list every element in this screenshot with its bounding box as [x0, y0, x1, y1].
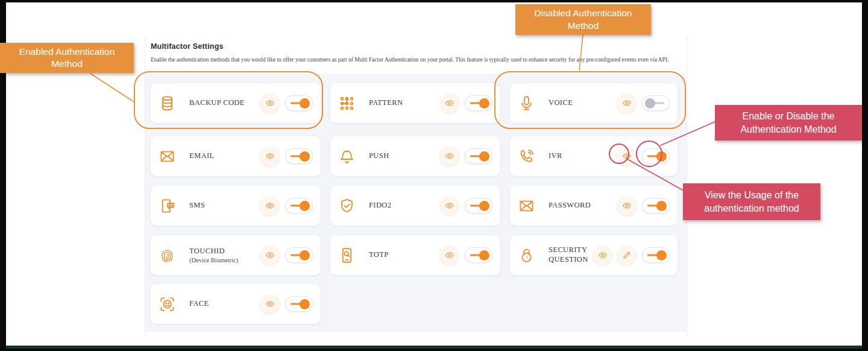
- view-usage-button-touchid[interactable]: [260, 246, 279, 265]
- disabled-method-callout: Disabled Authentication Method: [515, 4, 651, 35]
- envelope-icon: [517, 197, 535, 215]
- method-label: EMAIL: [189, 151, 260, 161]
- view-usage-button-security-question[interactable]: [593, 246, 612, 265]
- view-usage-callout: View the Usage of the authentication met…: [683, 183, 820, 220]
- method-label: BACKUP CODE: [189, 98, 260, 108]
- multifactor-settings-panel: Multifactor Settings Enable the authenti…: [145, 36, 687, 337]
- eye-icon: [622, 151, 632, 161]
- toggle-backup-code[interactable]: [285, 95, 313, 111]
- method-card-password: PASSWORD: [510, 186, 678, 226]
- eye-icon: [622, 201, 632, 210]
- method-card-sms: SMS: [151, 186, 321, 226]
- view-usage-button-email[interactable]: [260, 147, 279, 166]
- shield-check-icon: [338, 197, 356, 215]
- eye-icon: [265, 201, 275, 210]
- toggle-email[interactable]: [285, 148, 313, 164]
- method-labels: IVR: [549, 151, 617, 161]
- toggle-pattern[interactable]: [465, 95, 492, 111]
- method-card-face: FACE: [151, 284, 321, 324]
- page-subtitle: Enable the authentication methods that y…: [151, 57, 668, 63]
- method-labels: TOTP: [369, 250, 440, 260]
- toggle-totp[interactable]: [465, 247, 492, 263]
- method-label: FACE: [189, 299, 260, 309]
- method-label: FIDO2: [369, 201, 440, 210]
- phone-chat-icon: [158, 197, 176, 215]
- method-card-ivr: IVR: [510, 136, 678, 176]
- eye-icon: [445, 201, 454, 210]
- method-card-fido2: FIDO2: [330, 186, 500, 226]
- toggle-touchid[interactable]: [285, 247, 313, 263]
- method-label: TOTP: [369, 250, 440, 260]
- toggle-sms[interactable]: [285, 198, 313, 213]
- svg-text:?: ?: [525, 254, 527, 260]
- app-screen: Multifactor Settings Enable the authenti…: [6, 2, 862, 346]
- database-icon: [158, 94, 176, 112]
- view-usage-button-fido2[interactable]: [440, 197, 459, 215]
- method-labels: EMAIL: [189, 151, 260, 161]
- method-labels: BACKUP CODE: [189, 98, 260, 108]
- view-usage-button-push[interactable]: [440, 147, 459, 166]
- toggle-security-question[interactable]: [642, 247, 670, 263]
- method-card-totp: TOTP: [330, 235, 500, 275]
- view-usage-button-face[interactable]: [260, 295, 279, 314]
- microphone-icon: [517, 94, 535, 112]
- method-labels: PASSWORD: [549, 201, 617, 210]
- method-label: SECURITY QUESTION: [549, 245, 593, 264]
- view-usage-button-pattern[interactable]: [440, 94, 459, 113]
- method-card-push: PUSH: [330, 136, 500, 176]
- method-card-backup-code: BACKUP CODE: [151, 83, 321, 123]
- lock-question-icon: ?: [517, 246, 535, 264]
- view-usage-button-sms[interactable]: [260, 197, 279, 215]
- eye-icon: [265, 151, 275, 161]
- toggle-push[interactable]: [465, 148, 492, 164]
- eye-icon: [445, 98, 454, 108]
- method-labels: PUSH: [369, 151, 440, 161]
- annotated-screenshot: Multifactor Settings Enable the authenti…: [0, 0, 868, 351]
- eye-icon: [622, 98, 632, 108]
- method-labels: SECURITY QUESTION: [549, 245, 593, 264]
- toggle-password[interactable]: [642, 198, 670, 213]
- eye-icon: [265, 250, 275, 260]
- method-card-security-question: ?SECURITY QUESTION: [510, 235, 678, 275]
- view-usage-button-voice[interactable]: [617, 94, 636, 113]
- enabled-method-callout: Enabled Authentication Method: [0, 43, 134, 73]
- toggle-ivr[interactable]: [642, 148, 670, 164]
- method-label: SMS: [189, 201, 260, 210]
- method-labels: SMS: [189, 201, 260, 210]
- edit-button-security-question[interactable]: [617, 246, 636, 265]
- eye-icon: [265, 299, 275, 309]
- view-usage-button-backup-code[interactable]: [260, 94, 279, 113]
- method-card-touchid: TOUCHID(Device Biometric): [151, 235, 321, 275]
- face-scan-icon: [158, 295, 176, 313]
- method-card-voice: VOICE: [510, 83, 678, 123]
- bottom-accent-strip: [6, 346, 862, 349]
- view-usage-button-password[interactable]: [617, 197, 636, 215]
- method-card-pattern: PATTERN: [330, 83, 500, 123]
- method-label: IVR: [549, 151, 617, 161]
- envelope-icon: [158, 147, 176, 165]
- method-label: PATTERN: [369, 98, 440, 108]
- method-label: PASSWORD: [549, 201, 617, 210]
- bell-icon: [338, 147, 356, 165]
- method-label: VOICE: [549, 98, 617, 108]
- page-title: Multifactor Settings: [151, 42, 224, 51]
- method-sublabel: (Device Biometric): [189, 257, 260, 264]
- eye-icon: [445, 250, 454, 260]
- enable-disable-callout: Enable or Disable the Authentication Met…: [715, 105, 862, 141]
- pencil-icon: [622, 250, 632, 260]
- view-usage-button-totp[interactable]: [440, 246, 459, 265]
- view-usage-button-ivr[interactable]: [617, 147, 636, 166]
- toggle-fido2[interactable]: [465, 198, 492, 213]
- toggle-voice[interactable]: [642, 95, 670, 111]
- toggle-face[interactable]: [285, 296, 313, 312]
- fingerprint-icon: [158, 246, 176, 264]
- method-labels: FACE: [189, 299, 260, 309]
- eye-icon: [598, 250, 608, 260]
- pattern-dots-icon: [338, 94, 356, 112]
- method-card-email: EMAIL: [151, 136, 321, 176]
- phone-search-icon: [338, 246, 356, 264]
- method-labels: VOICE: [549, 98, 617, 108]
- method-labels: TOUCHID(Device Biometric): [189, 247, 260, 264]
- method-labels: FIDO2: [369, 201, 440, 210]
- method-label: TOUCHID: [189, 247, 260, 256]
